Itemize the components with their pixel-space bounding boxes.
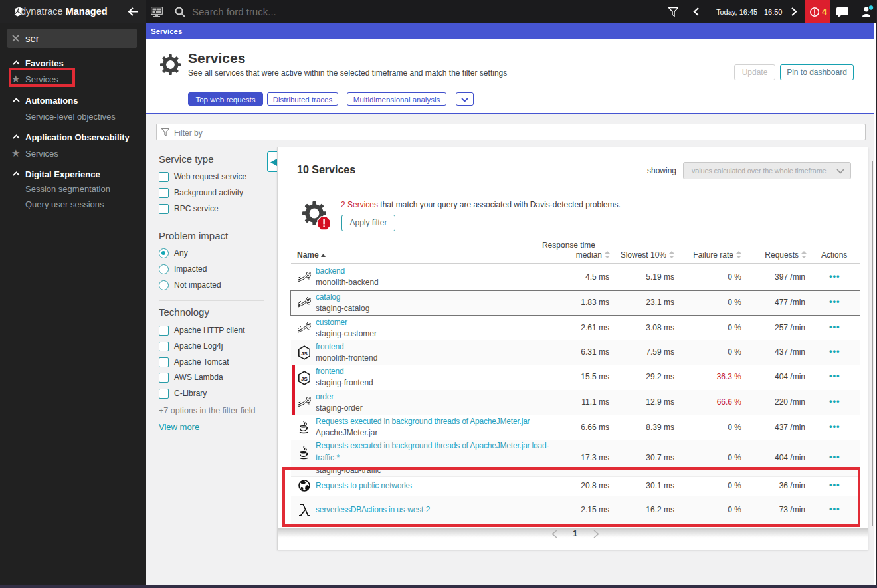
svg-text:JS: JS <box>301 351 308 357</box>
svg-text:JS: JS <box>301 376 308 382</box>
